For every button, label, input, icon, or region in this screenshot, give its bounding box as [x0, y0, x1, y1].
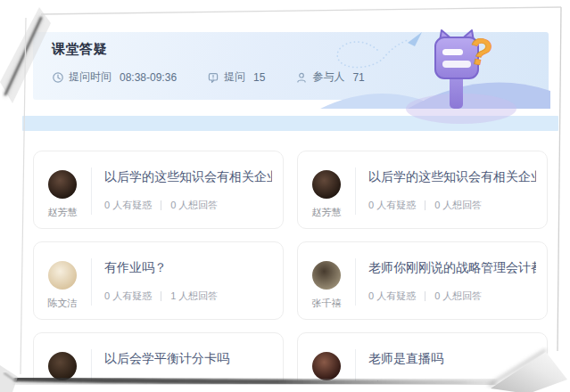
student-name: 张千禧	[312, 297, 342, 310]
stat-value: 08:38-09:36	[120, 71, 177, 84]
comment-icon	[207, 71, 219, 84]
stats-separator	[377, 380, 378, 381]
stat-participants: 参与人 71	[295, 69, 364, 85]
question-mark-glyph: ?	[465, 29, 496, 75]
cat-signpost-icon: ?	[435, 29, 496, 109]
stat-label: 提问时间	[69, 69, 112, 85]
avatar	[48, 261, 77, 290]
question-stats: 0 人有疑惑 0 人想回答	[104, 199, 272, 212]
page-sheet: 课堂答疑 提问时间 08:38-09:36 提问 15	[22, 11, 558, 381]
stats-separator	[425, 200, 425, 210]
avatar	[312, 261, 341, 290]
question-stats	[104, 380, 272, 381]
qa-illustration: ?	[326, 23, 549, 109]
question-card[interactable]: 陈文洁 有作业吗？ 0 人有疑惑 1 人想回答	[33, 241, 284, 320]
avatar	[48, 352, 77, 380]
question-stats	[368, 380, 536, 381]
question-card[interactable]: 赵芳慧 以后学的这些知识会有相关企业案例吗 0 人有疑惑 0 人想回答	[33, 151, 284, 229]
question-text: 有作业吗？	[104, 260, 272, 276]
question-stats: 0 人有疑惑 0 人想回答	[368, 290, 536, 303]
doubt-count: 0 人有疑惑	[368, 199, 416, 212]
doubt-count: 0 人有疑惑	[104, 199, 152, 212]
question-text: 老师你刚刚说的战略管理会计都有啥来...	[368, 260, 536, 276]
doubt-count: 0 人有疑惑	[368, 290, 416, 303]
bottom-left-curl	[0, 365, 18, 392]
question-card[interactable]: 张千禧 老师你刚刚说的战略管理会计都有啥来... 0 人有疑惑 0 人想回答	[297, 241, 548, 320]
stat-question-time: 提问时间 08:38-09:36	[52, 69, 177, 85]
answer-count: 0 人想回答	[170, 199, 218, 212]
avatar	[312, 170, 341, 199]
page-title: 课堂答疑	[52, 41, 107, 58]
stats-separator	[161, 291, 161, 301]
stat-value: 15	[253, 71, 265, 84]
question-card[interactable]: 老师是直播吗	[297, 332, 548, 381]
doubt-count: 0 人有疑惑	[104, 290, 152, 303]
question-card[interactable]: 以后会学平衡计分卡吗	[33, 332, 284, 381]
qa-meta: 提问时间 08:38-09:36 提问 15 参与人 71	[52, 69, 365, 85]
question-card-grid: 赵芳慧 以后学的这些知识会有相关企业案例吗 0 人有疑惑 0 人想回答 赵芳慧 …	[33, 151, 548, 381]
question-text: 老师是直播吗	[368, 351, 536, 367]
dotted-path-arrow	[337, 32, 422, 68]
stats-separator	[425, 291, 425, 301]
question-text: 以后学的这些知识会有相关企业案例吗	[104, 169, 272, 185]
stat-question-count: 提问 15	[207, 69, 265, 85]
student-name: 陈文洁	[48, 297, 78, 310]
answer-count: 1 人想回答	[170, 290, 218, 303]
qa-header: 课堂答疑 提问时间 08:38-09:36 提问 15	[33, 32, 549, 100]
person-icon	[295, 71, 308, 84]
stat-label: 提问	[224, 69, 245, 85]
stats-separator	[161, 200, 161, 210]
stats-separator	[113, 380, 114, 381]
screenshot-frame: { "header": { "title": "课堂答疑", "stats": …	[0, 0, 570, 392]
student-name: 赵芳慧	[312, 206, 342, 219]
question-text: 以后会学平衡计分卡吗	[104, 351, 272, 367]
student-name: 赵芳慧	[48, 206, 78, 219]
clock-icon	[52, 71, 64, 84]
avatar	[48, 170, 77, 199]
question-card[interactable]: 赵芳慧 以后学的这些知识会有相关企业案例吗 0 人有疑惑 0 人想回答	[297, 151, 548, 229]
answer-count: 0 人想回答	[434, 290, 482, 303]
stat-label: 参与人	[312, 69, 344, 85]
paper-plane-icon	[408, 32, 422, 46]
avatar	[312, 352, 341, 380]
question-stats: 0 人有疑惑 1 人想回答	[104, 290, 272, 303]
answer-count: 0 人想回答	[434, 199, 482, 212]
stat-value: 71	[352, 71, 364, 84]
question-stats: 0 人有疑惑 0 人想回答	[368, 199, 536, 212]
divider-strip	[22, 116, 558, 131]
question-text: 以后学的这些知识会有相关企业案例吗	[368, 169, 536, 185]
